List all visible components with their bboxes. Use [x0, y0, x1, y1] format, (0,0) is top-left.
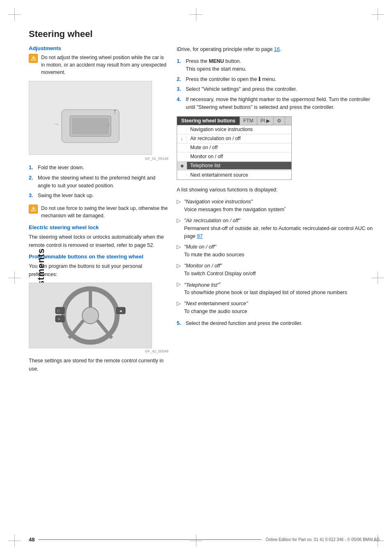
bullet-content-2: "Mute on / off"To mute the audio sources: [184, 243, 244, 259]
steering-wheel-image: □ + ◄: [29, 283, 152, 348]
main-content: Steering wheel Adjustments ⚠ Do not adju…: [29, 12, 380, 377]
bullet-3: ▷ "Monitor on / off"To switch Control Di…: [177, 262, 380, 278]
menu-icon-3: [177, 156, 187, 157]
img-caption-1: GF_01_00146: [29, 157, 168, 161]
steering-lever-image: ↓ → ↑: [29, 81, 152, 155]
step-2-text: Move the steering wheel to the preferred…: [38, 174, 168, 190]
r-step-5-num: 5.: [177, 320, 183, 327]
step-2-num: 2.: [29, 174, 35, 190]
r-step-4-text: If necessary, move the highlight marker …: [186, 96, 380, 111]
warning-text-2: Do not use force to swing the lever back…: [41, 205, 168, 219]
bullet-content-3: "Monitor on / off"To switch Control Disp…: [184, 262, 256, 278]
page: Adjustments Steering wheel Adjustments ⚠…: [0, 0, 392, 555]
right-column: iDrive, for operating principle refer to…: [177, 45, 380, 377]
menu-row-3: Monitor on / off: [177, 152, 291, 161]
svg-text:+: +: [58, 317, 60, 321]
menu-header-settings: ⚙: [274, 117, 285, 125]
menu-row-5: Next entertainment source: [177, 170, 291, 180]
two-column-layout: Adjustments ⚠ Do not adjust the steering…: [29, 45, 380, 377]
menu-row-4: ◆ Telephone list: [177, 161, 291, 170]
step-3-num: 3.: [29, 192, 35, 200]
right-step-1: 1. Press the MENU button.This opens the …: [177, 58, 380, 73]
right-step-5-list: 5. Select the desired function and press…: [177, 320, 380, 327]
menu-icon-5: [177, 174, 187, 176]
r-step-3-text: Select "Vehicle settings" and press the …: [186, 85, 297, 93]
menu-text-4: Telephone list: [187, 162, 291, 169]
warning-icon-1: ⚠: [29, 54, 38, 63]
img-caption-2: GF_42_00548: [29, 349, 168, 353]
function-list: ▷ "Navigation voice instructions"Voice m…: [177, 198, 380, 315]
bullet-5: ▷ "Next entertainment source"To change t…: [177, 300, 380, 315]
right-step-4: 4. If necessary, move the highlight mark…: [177, 96, 380, 111]
menu-text-1: Air recirculation on / off: [187, 135, 244, 142]
r-step-2-num: 2.: [177, 76, 183, 83]
programmable-intro: You can program the buttons to suit your…: [29, 262, 168, 279]
menu-row-0: Navigation voice instructions: [177, 125, 291, 134]
page-link-97[interactable]: 97: [197, 233, 203, 239]
bullet-0: ▷ "Navigation voice instructions"Voice m…: [177, 198, 380, 214]
svg-text:→: →: [53, 121, 59, 127]
menu-icon-1: ↓: [177, 135, 187, 142]
bullet-content-4: "Telephone list"*To show/hide phone book…: [184, 281, 347, 297]
bullet-content-5: "Next entertainment source"To change the…: [184, 300, 248, 315]
arrow-2: ▷: [177, 243, 182, 259]
warning-icon-2: ⚠: [29, 205, 38, 214]
left-column: Adjustments ⚠ Do not adjust the steering…: [29, 45, 168, 377]
step-2: 2. Move the steering wheel to the prefer…: [29, 174, 168, 190]
menu-icon-0: [177, 129, 187, 130]
right-step-5: 5. Select the desired function and press…: [177, 320, 380, 327]
arrow-1: ▷: [177, 217, 182, 240]
bullet-2: ▷ "Mute on / off"To mute the audio sourc…: [177, 243, 380, 259]
step-1-text: Fold the lever down.: [38, 164, 84, 172]
warning-box-1: ⚠ Do not adjust the steering wheel posit…: [29, 54, 168, 76]
menu-icon-2: [177, 147, 187, 148]
step-1: 1. Fold the lever down.: [29, 164, 168, 172]
list-intro: A list showing various functions is disp…: [177, 186, 380, 194]
menu-text-2: Mute on / off: [187, 144, 221, 151]
arrow-0: ▷: [177, 198, 182, 214]
svg-text:↑: ↑: [113, 107, 117, 115]
step-1-num: 1.: [29, 164, 35, 172]
right-step-2: 2. Press the controller to open the ℹ me…: [177, 76, 380, 83]
step-3-text: Swing the lever back up.: [38, 192, 94, 200]
menu-row-2: Mute on / off: [177, 143, 291, 152]
bullet-content-0: "Navigation voice instructions"Voice mes…: [184, 198, 286, 214]
page-number: 48: [29, 537, 35, 543]
crosshair-bottom-left: [8, 534, 21, 547]
bullet-content-1: "Air recirculation on / off"Permanent sh…: [184, 217, 380, 240]
menu-row-1: ↓ Air recirculation on / off: [177, 134, 291, 143]
r-step-4-num: 4.: [177, 96, 183, 111]
crosshair-mid-left: [8, 272, 21, 284]
page-title: Steering wheel: [29, 29, 380, 39]
page-footer: 48 Online Edition for Part no. 01 41 0 0…: [29, 537, 380, 543]
svg-text:↓: ↓: [107, 120, 111, 128]
menu-header-row: Steering wheel buttons FTM PI ▶ ⚙: [177, 117, 291, 125]
r-step-1-num: 1.: [177, 58, 183, 73]
caption-text: These settings are stored for the remote…: [29, 357, 168, 373]
bullet-1: ▷ "Air recirculation on / off"Permanent …: [177, 217, 380, 240]
arrow-5: ▷: [177, 300, 182, 315]
idrive-intro: iDrive, for operating principle refer to…: [177, 45, 380, 53]
bullet-4: ▷ "Telephone list"*To show/hide phone bo…: [177, 281, 380, 297]
menu-header-pi: PI ▶: [257, 117, 274, 125]
svg-text:□: □: [57, 309, 60, 313]
warning-box-2: ⚠ Do not use force to swing the lever ba…: [29, 205, 168, 219]
idrive-menu: Steering wheel buttons FTM PI ▶ ⚙ Naviga…: [177, 116, 292, 180]
crosshair-top-left: [8, 8, 21, 21]
section-heading-lock: Electric steering wheel lock: [29, 224, 168, 230]
r-step-1-text: Press the MENU button.This opens the sta…: [186, 58, 247, 73]
svg-point-7: [82, 307, 99, 324]
menu-text-3: Monitor on / off: [187, 153, 226, 160]
right-steps: 1. Press the MENU button.This opens the …: [177, 58, 380, 111]
warning-text-1: Do not adjust the steering wheel positio…: [41, 54, 168, 76]
r-step-5-text: Select the desired function and press th…: [186, 320, 302, 327]
page-link-16[interactable]: 16: [274, 46, 280, 52]
arrow-4: ▷: [177, 281, 182, 297]
crosshair-top-mid: [190, 8, 202, 21]
svg-rect-2: [72, 118, 109, 134]
step-3: 3. Swing the lever back up.: [29, 192, 168, 200]
section-heading-programmable: Programmable buttons on the steering whe…: [29, 253, 168, 260]
menu-header-ftm: FTM: [240, 117, 257, 125]
lock-body-text: The steering wheel locks or unlocks auto…: [29, 233, 168, 249]
right-step-3: 3. Select "Vehicle settings" and press t…: [177, 85, 380, 93]
